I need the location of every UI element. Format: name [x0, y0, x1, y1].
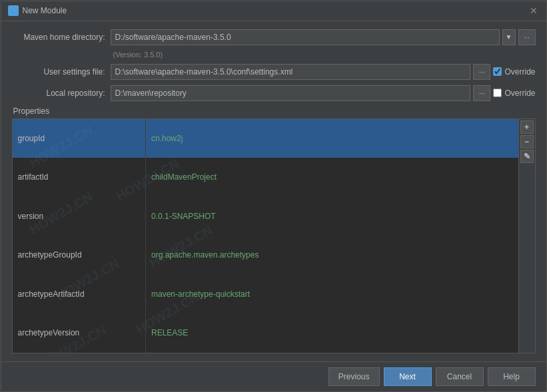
local-repo-input[interactable]: [111, 85, 471, 101]
user-settings-input-container: ··· Override: [111, 64, 536, 80]
svg-rect-2: [11, 11, 16, 12]
next-button[interactable]: Next: [384, 367, 432, 386]
local-repo-browse-button[interactable]: ···: [473, 85, 490, 101]
svg-rect-1: [11, 9, 16, 10]
user-settings-override-text: Override: [504, 67, 535, 77]
prop-name: archetypeGroupId: [13, 236, 146, 275]
local-repo-override-checkbox[interactable]: [493, 89, 502, 97]
svg-rect-3: [11, 12, 14, 13]
new-module-dialog: New Module ✕ Maven home directory: ▼ ···…: [1, 1, 547, 392]
dialog-title: New Module: [23, 6, 67, 15]
prop-value: RELEASE: [146, 313, 518, 353]
dialog-content: Maven home directory: ▼ ··· (Version: 3.…: [1, 21, 546, 361]
version-row: (Version: 3.5.0): [12, 51, 536, 59]
add-property-button[interactable]: +: [520, 120, 534, 134]
table-row[interactable]: archetypeArtifactId maven-archetype-quic…: [13, 275, 518, 314]
remove-property-button[interactable]: −: [520, 135, 534, 148]
title-bar: New Module ✕: [1, 1, 546, 21]
table-actions: + − ✎: [518, 119, 535, 353]
prop-value: org.apache.maven.archetypes: [146, 236, 518, 275]
maven-home-label: Maven home directory:: [12, 33, 105, 42]
local-repo-label: Local repository:: [12, 89, 105, 98]
version-text: (Version: 3.5.0): [111, 51, 163, 59]
dialog-footer: Previous Next Cancel Help: [1, 361, 546, 391]
properties-table: groupId cn.how2j artifactId childMavenPr…: [13, 119, 518, 353]
prop-name: archetypeVersion: [13, 313, 146, 353]
table-row[interactable]: archetypeGroupId org.apache.maven.archet…: [13, 236, 518, 275]
cancel-button[interactable]: Cancel: [436, 367, 484, 386]
table-row[interactable]: version 0.0.1-SNAPSHOT: [13, 197, 518, 236]
user-settings-row: User settings file: ··· Override: [12, 64, 536, 80]
dialog-icon: [8, 5, 19, 16]
title-bar-left: New Module: [8, 5, 67, 16]
prop-name: artifactId: [13, 158, 146, 197]
maven-home-input-container: ▼ ···: [111, 29, 536, 45]
user-settings-label: User settings file:: [12, 67, 105, 77]
table-row[interactable]: archetypeVersion RELEASE: [13, 313, 518, 353]
user-settings-browse-button[interactable]: ···: [473, 64, 490, 80]
local-repo-input-container: ··· Override: [111, 85, 536, 101]
maven-home-row: Maven home directory: ▼ ···: [12, 29, 536, 45]
prop-name: archetypeArtifactId: [13, 275, 146, 314]
maven-home-dropdown-button[interactable]: ▼: [502, 29, 516, 45]
help-button[interactable]: Help: [488, 367, 536, 386]
prop-value: childMavenProject: [146, 158, 518, 197]
maven-home-input[interactable]: [111, 29, 500, 45]
user-settings-override-label[interactable]: Override: [493, 67, 535, 77]
local-repo-row: Local repository: ··· Override: [12, 85, 536, 101]
prop-value: 0.0.1-SNAPSHOT: [146, 197, 518, 236]
table-row[interactable]: artifactId childMavenProject: [13, 158, 518, 197]
maven-home-browse-button[interactable]: ···: [518, 29, 536, 45]
previous-button[interactable]: Previous: [328, 367, 380, 386]
prop-name: version: [13, 197, 146, 236]
prop-value: maven-archetype-quickstart: [146, 275, 518, 314]
local-repo-override-label[interactable]: Override: [493, 89, 535, 98]
user-settings-override-checkbox[interactable]: [493, 67, 502, 76]
prop-value: cn.how2j: [146, 119, 518, 158]
table-row[interactable]: groupId cn.how2j: [13, 119, 518, 158]
user-settings-input[interactable]: [111, 64, 471, 80]
properties-section: Properties HOW2J.CN HOW2J.CN HOW2J.CN HO…: [12, 106, 536, 353]
local-repo-override-text: Override: [504, 89, 535, 98]
edit-property-button[interactable]: ✎: [520, 150, 534, 163]
prop-name: groupId: [13, 119, 146, 158]
close-button[interactable]: ✕: [528, 5, 540, 17]
properties-label: Properties: [12, 106, 536, 116]
properties-table-container: HOW2J.CN HOW2J.CN HOW2J.CN HOW2J.CN HOW2…: [12, 118, 536, 353]
